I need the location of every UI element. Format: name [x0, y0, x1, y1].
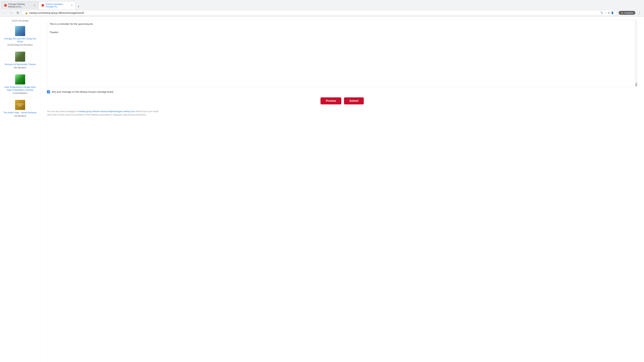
forward-button[interactable]: →: [9, 10, 14, 15]
message-line-3: Thanks!: [50, 31, 632, 34]
bookmark-icon[interactable]: ☆: [604, 11, 606, 14]
message-line-1: This is a reminder for the upcoming etc.: [50, 22, 632, 25]
browser-chrome: Chicago Painting Meetup Grou... × Contac…: [0, 0, 644, 16]
group-meta-inner: 3,439 Meditators: [12, 92, 28, 94]
incognito-button[interactable]: 🕵 Incognito: [619, 11, 635, 15]
sidebar-group-survivors[interactable]: Survivors of Narcissistic Trauma 952 Mem…: [0, 49, 40, 72]
group-img-artists: ARTIST'S WAY: [15, 100, 25, 110]
message-line-2: [50, 27, 632, 29]
submit-button[interactable]: Submit: [344, 97, 364, 104]
address-bar: ← → ↻ 🔒 meetup.com/meetup-group-ulfhsivo…: [0, 9, 644, 16]
group-meta-chicago: 10,529 Going Out Rockstars: [8, 44, 33, 46]
browser-menu-button[interactable]: ⋮: [637, 10, 642, 15]
url-text: meetup.com/meetup-group-ulfhsivo/message…: [29, 11, 599, 14]
tab-2-favicon: [42, 4, 44, 7]
scrollbar-thumb[interactable]: [636, 83, 637, 86]
group-img-inner: [15, 74, 25, 84]
top-meta: 14,247 Fun people: [0, 18, 40, 23]
tab-1[interactable]: Chicago Painting Meetup Grou... ×: [1, 1, 38, 9]
group-meta-survivors: 952 Members: [14, 66, 26, 69]
sidebar-group-inner-engineering[interactable]: Inner Engineering Chicago (Isha Yoga & M…: [0, 72, 40, 97]
footer-text-before: You can also send messages to: [47, 110, 78, 113]
extensions-icon[interactable]: ⧉: [608, 11, 610, 14]
sidebar-group-artists-way[interactable]: ARTIST'S WAY The Artist's Way - Virtual …: [0, 97, 40, 120]
message-display-area[interactable]: This is a reminder for the upcoming etc.…: [47, 20, 637, 87]
incognito-label: Incognito: [624, 11, 633, 14]
post-message-board-row: Also post message on this Meetup Group's…: [47, 90, 637, 93]
group-name-inner[interactable]: Inner Engineering Chicago (Isha Yoga & M…: [2, 86, 38, 91]
group-name-chicago[interactable]: Chicago 20's and 30's Going Out Group: [2, 37, 38, 43]
group-name-survivors[interactable]: Survivors of Narcissistic Trauma: [4, 63, 36, 66]
tab-1-close[interactable]: ×: [34, 4, 36, 7]
reload-button[interactable]: ↻: [16, 10, 20, 15]
group-img-chicago: [15, 26, 25, 36]
preview-button[interactable]: Preview: [320, 97, 341, 104]
incognito-icon: 🕵: [621, 11, 623, 14]
search-icon[interactable]: 🔍: [600, 11, 603, 14]
footer-email-link[interactable]: meetup-group-ulfhsivo-announce@messages.…: [78, 110, 135, 113]
scrollbar[interactable]: [635, 20, 637, 87]
page-wrapper: 14,247 Fun people Chicago 20's and 30's …: [0, 16, 644, 362]
tab-bar: Chicago Painting Meetup Grou... × Contac…: [0, 0, 644, 9]
tab-2-label: Contact members - Chicago Pa...: [46, 3, 69, 8]
lock-icon: 🔒: [25, 11, 28, 14]
back-button[interactable]: ←: [2, 10, 7, 15]
group-name-artists[interactable]: The Artist's Way - Virtual Sessions: [4, 111, 37, 114]
message-body-wrapper: This is a reminder for the upcoming etc.…: [47, 20, 637, 87]
post-message-board-label: Also post message on this Meetup Group's…: [52, 90, 113, 93]
tab-1-label: Chicago Painting Meetup Grou...: [8, 3, 32, 8]
sidebar-group-chicago[interactable]: Chicago 20's and 30's Going Out Group 10…: [0, 23, 40, 49]
post-message-board-checkbox[interactable]: [47, 90, 50, 93]
tab-1-favicon: [4, 4, 7, 7]
tab-2-close[interactable]: ×: [71, 4, 72, 7]
footer-note: You can also send messages to meetup-gro…: [47, 110, 161, 116]
tab-2[interactable]: Contact members - Chicago Pa... ×: [38, 1, 76, 9]
url-bar[interactable]: 🔒 meetup.com/meetup-group-ulfhsivo/messa…: [22, 10, 617, 15]
main-content: This is a reminder for the upcoming etc.…: [40, 16, 644, 362]
group-meta-artists: 145 Members: [14, 115, 26, 117]
profile-icon[interactable]: 👤: [611, 11, 614, 14]
form-button-row: Preview Submit: [47, 97, 637, 104]
sidebar: 14,247 Fun people Chicago 20's and 30's …: [0, 16, 40, 362]
url-action-icons: 🔍 ☆ ⧉ 👤: [600, 11, 614, 14]
new-tab-button[interactable]: +: [76, 4, 81, 9]
group-img-survivors: [15, 52, 25, 62]
